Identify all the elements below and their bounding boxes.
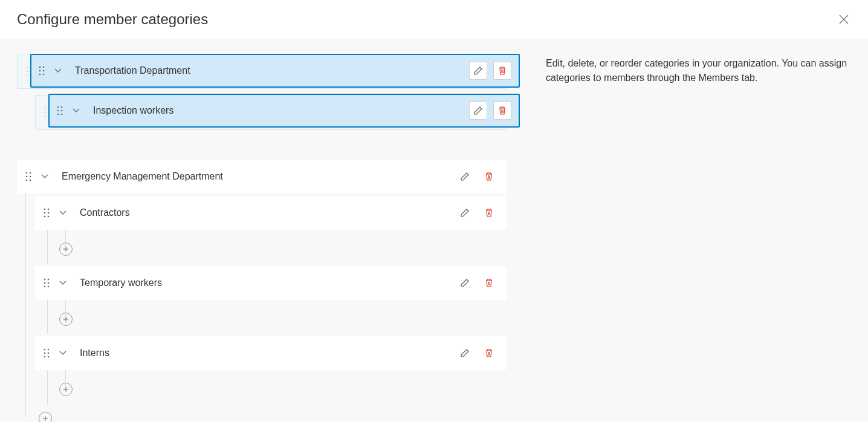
- trash-icon: [484, 278, 494, 288]
- svg-point-6: [45, 108, 47, 110]
- svg-point-36: [44, 279, 46, 281]
- trash-icon: [484, 208, 494, 218]
- category-label: Temporary workers: [80, 278, 450, 288]
- category-tree: Transportation Department Inspection wor…: [17, 54, 507, 422]
- drag-handle-icon[interactable]: [44, 348, 50, 358]
- drag-handle-icon[interactable]: [57, 106, 63, 115]
- chevron-down-icon[interactable]: [73, 108, 80, 113]
- edit-button[interactable]: [469, 62, 487, 80]
- svg-point-45: [48, 352, 50, 354]
- add-subcategory-button[interactable]: [39, 412, 52, 422]
- tree-connector: [47, 300, 48, 334]
- tree-connector: [47, 230, 48, 264]
- delete-button[interactable]: [480, 274, 498, 292]
- add-subcategory-button[interactable]: [59, 383, 73, 396]
- pencil-icon: [460, 348, 470, 358]
- svg-point-35: [48, 216, 50, 218]
- svg-point-46: [44, 356, 46, 358]
- pencil-icon: [473, 106, 483, 115]
- svg-point-33: [48, 212, 50, 214]
- category-label: Emergency Management Department: [62, 171, 450, 182]
- svg-point-37: [48, 279, 50, 281]
- svg-point-12: [39, 67, 41, 68]
- add-subcategory-button[interactable]: [59, 242, 73, 256]
- close-button[interactable]: [837, 12, 851, 27]
- category-row: Interns: [35, 336, 507, 370]
- svg-point-10: [45, 115, 47, 117]
- svg-point-43: [48, 349, 50, 351]
- category-row: Temporary workers: [35, 266, 507, 300]
- delete-button[interactable]: [480, 344, 498, 362]
- chevron-down-icon[interactable]: [59, 281, 66, 285]
- svg-point-26: [26, 176, 28, 178]
- tree-connector: [47, 370, 48, 404]
- delete-button[interactable]: [493, 62, 511, 80]
- svg-point-2: [27, 71, 28, 73]
- add-subcategory-button[interactable]: [59, 313, 73, 326]
- svg-point-22: [57, 114, 59, 115]
- plus-icon: [42, 415, 48, 421]
- svg-point-32: [44, 212, 46, 214]
- svg-point-31: [48, 209, 50, 210]
- trash-icon: [484, 172, 494, 181]
- edit-button[interactable]: [456, 344, 474, 362]
- edit-button[interactable]: [456, 167, 474, 186]
- svg-point-40: [44, 286, 46, 288]
- svg-point-15: [43, 70, 45, 72]
- tree-connector: [65, 300, 66, 317]
- svg-point-38: [44, 282, 46, 284]
- pencil-icon: [460, 172, 470, 181]
- svg-point-13: [43, 67, 45, 68]
- svg-point-44: [44, 352, 46, 354]
- svg-point-30: [44, 209, 46, 210]
- edit-button[interactable]: [456, 204, 474, 222]
- delete-button[interactable]: [480, 167, 498, 186]
- svg-point-47: [48, 356, 50, 358]
- trash-icon: [484, 348, 494, 358]
- svg-point-0: [27, 67, 28, 69]
- svg-point-28: [26, 180, 28, 181]
- tree-connector: [65, 370, 66, 387]
- category-label: Transportation Department: [75, 65, 463, 76]
- trash-icon: [497, 66, 507, 76]
- category-label: Interns: [80, 348, 450, 359]
- category-row-dragging[interactable]: Inspection workers: [48, 94, 520, 128]
- svg-point-19: [61, 106, 63, 108]
- svg-point-17: [43, 74, 45, 76]
- delete-button[interactable]: [480, 204, 498, 222]
- svg-point-18: [57, 106, 59, 108]
- chevron-down-icon[interactable]: [59, 351, 66, 355]
- drag-handle-icon[interactable]: [44, 208, 50, 218]
- drag-handle-icon[interactable]: [39, 66, 45, 76]
- trash-icon: [497, 106, 507, 115]
- svg-point-41: [48, 286, 50, 288]
- edit-button[interactable]: [469, 102, 487, 120]
- category-row: Contractors: [35, 196, 507, 230]
- pencil-icon: [460, 278, 470, 288]
- chevron-down-icon[interactable]: [54, 68, 62, 73]
- delete-button[interactable]: [493, 102, 511, 120]
- drag-handle-icon[interactable]: [44, 278, 50, 288]
- chevron-down-icon[interactable]: [41, 174, 48, 179]
- svg-point-4: [27, 74, 28, 76]
- category-label: Contractors: [80, 207, 450, 218]
- svg-point-39: [48, 282, 50, 284]
- plus-icon: [63, 316, 69, 322]
- plus-icon: [63, 246, 69, 252]
- category-row: Emergency Management Department: [17, 160, 507, 193]
- svg-point-29: [30, 180, 31, 181]
- edit-button[interactable]: [456, 274, 474, 292]
- drag-handle-icon[interactable]: [25, 172, 31, 181]
- pencil-icon: [473, 66, 483, 76]
- svg-point-20: [57, 110, 59, 112]
- tree-connector: [65, 230, 66, 247]
- pencil-icon: [460, 208, 470, 218]
- svg-point-27: [30, 176, 31, 178]
- chevron-down-icon[interactable]: [59, 210, 66, 215]
- plus-icon: [63, 386, 69, 392]
- svg-point-34: [44, 216, 46, 218]
- svg-point-25: [30, 172, 31, 174]
- dialog-header: Configure member categories: [0, 0, 868, 39]
- svg-point-24: [26, 172, 28, 174]
- category-row-dragging[interactable]: Transportation Department: [30, 54, 520, 88]
